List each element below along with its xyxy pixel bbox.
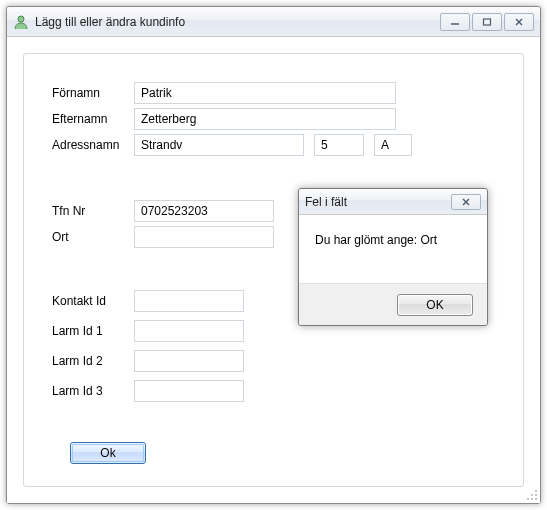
- larm3-input[interactable]: [134, 380, 244, 402]
- row-adressnamn: Adressnamn: [52, 132, 495, 158]
- close-button[interactable]: [504, 13, 534, 31]
- adressnr-input[interactable]: [314, 134, 364, 156]
- dialog-footer: OK: [299, 283, 487, 325]
- svg-point-6: [527, 498, 529, 500]
- ort-label: Ort: [52, 230, 134, 244]
- svg-point-3: [535, 490, 537, 492]
- larm2-input[interactable]: [134, 350, 244, 372]
- fornamn-input[interactable]: [134, 82, 396, 104]
- dialog-title: Fel i fält: [305, 195, 451, 209]
- resize-grip-icon[interactable]: [524, 487, 538, 501]
- window-title: Lägg till eller ändra kundinfo: [35, 15, 440, 29]
- row-larm2: Larm Id 2: [52, 346, 495, 376]
- adressnamn-input[interactable]: [134, 134, 304, 156]
- svg-point-0: [18, 16, 24, 22]
- error-dialog: Fel i fält Du har glömt ange: Ort OK: [298, 188, 488, 326]
- dialog-close-button[interactable]: [451, 194, 481, 210]
- kontaktid-input[interactable]: [134, 290, 244, 312]
- dialog-ok-button[interactable]: OK: [397, 294, 473, 316]
- ort-input[interactable]: [134, 226, 274, 248]
- maximize-button[interactable]: [472, 13, 502, 31]
- dialog-message: Du har glömt ange: Ort: [315, 233, 437, 247]
- dialog-titlebar[interactable]: Fel i fält: [299, 189, 487, 215]
- svg-point-4: [531, 494, 533, 496]
- svg-point-5: [535, 494, 537, 496]
- row-fornamn: Förnamn: [52, 80, 495, 106]
- dialog-body: Du har glömt ange: Ort: [299, 215, 487, 283]
- fornamn-label: Förnamn: [52, 86, 134, 100]
- tfn-input[interactable]: [134, 200, 274, 222]
- svg-rect-2: [484, 19, 491, 25]
- adresssuffix-input[interactable]: [374, 134, 412, 156]
- kontaktid-label: Kontakt Id: [52, 294, 134, 308]
- tfn-label: Tfn Nr: [52, 204, 134, 218]
- ok-button[interactable]: Ok: [70, 442, 146, 464]
- svg-point-8: [535, 498, 537, 500]
- larm3-label: Larm Id 3: [52, 384, 134, 398]
- adressnamn-label: Adressnamn: [52, 138, 134, 152]
- row-efternamn: Efternamn: [52, 106, 495, 132]
- svg-point-7: [531, 498, 533, 500]
- efternamn-input[interactable]: [134, 108, 396, 130]
- larm1-input[interactable]: [134, 320, 244, 342]
- minimize-button[interactable]: [440, 13, 470, 31]
- row-larm3: Larm Id 3: [52, 376, 495, 406]
- larm2-label: Larm Id 2: [52, 354, 134, 368]
- titlebar[interactable]: Lägg till eller ändra kundinfo: [7, 7, 540, 37]
- app-icon: [13, 14, 29, 30]
- efternamn-label: Efternamn: [52, 112, 134, 126]
- window-controls: [440, 13, 534, 31]
- larm1-label: Larm Id 1: [52, 324, 134, 338]
